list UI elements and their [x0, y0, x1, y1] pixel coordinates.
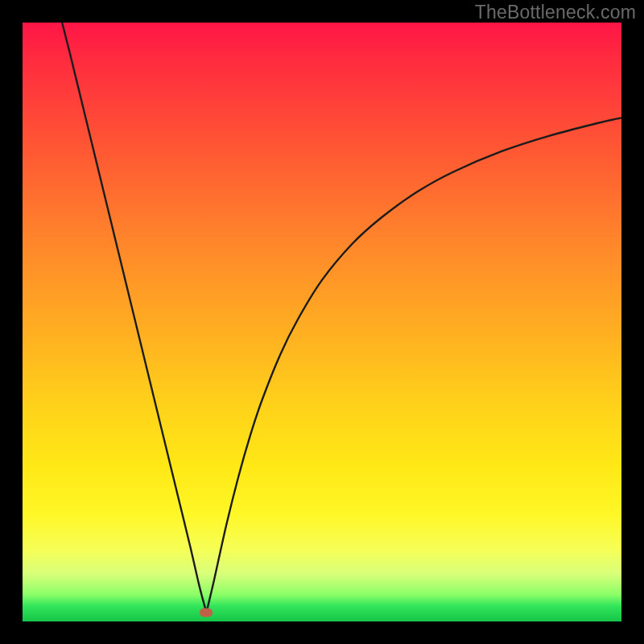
plot-area: [23, 23, 621, 621]
minimum-marker: [200, 608, 213, 617]
chart-frame: TheBottleneck.com: [0, 0, 644, 644]
bottleneck-curve: [23, 23, 621, 621]
watermark-text: TheBottleneck.com: [475, 2, 636, 23]
